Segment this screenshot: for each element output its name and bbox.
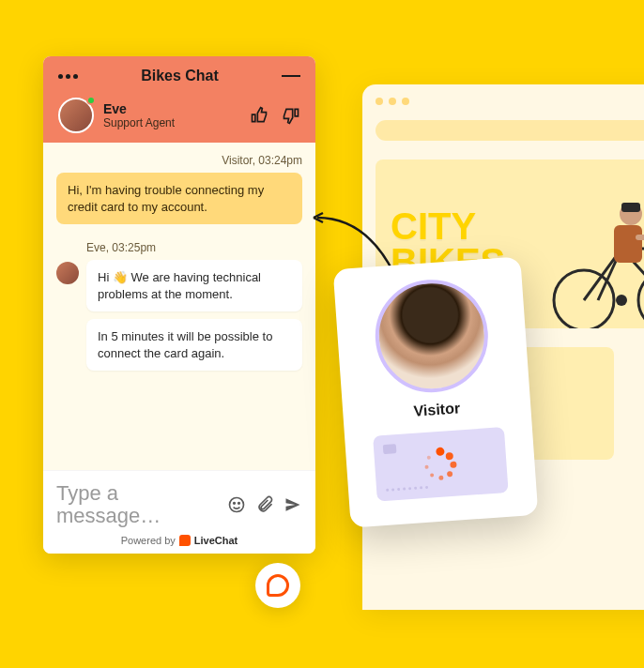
svg-rect-3 [614,225,642,263]
cyclist-image [546,188,644,328]
powered-by-text: Powered by [121,535,176,546]
message-meta-visitor: Visitor, 03:24pm [56,154,302,167]
chat-messages: Visitor, 03:24pm Hi, I'm having trouble … [43,143,315,470]
svg-point-2 [616,295,627,306]
credit-card-icon [373,427,509,502]
agent-avatar-small [56,262,79,284]
chat-input-area[interactable]: Type a message… [43,470,315,531]
visitor-message: Hi, I'm having trouble connecting my cre… [56,173,302,224]
thumbs-up-icon[interactable] [250,106,268,125]
message-meta-agent: Eve, 03:25pm [86,241,302,254]
agent-message: Hi 👋 We are having technical problems at… [86,260,302,311]
browser-url-bar [376,120,644,141]
send-icon[interactable] [284,495,302,514]
emoji-icon[interactable] [227,495,246,514]
minimize-icon[interactable] [282,75,300,77]
browser-window-dots [376,98,644,105]
svg-point-8 [234,502,236,504]
message-input[interactable]: Type a message… [56,482,218,527]
attachment-icon[interactable] [255,495,274,514]
livechat-brand: LiveChat [194,535,238,546]
visitor-label: Visitor [413,400,461,419]
chat-bubble-icon [267,574,289,597]
agent-name: Eve [103,101,175,116]
visitor-photo [372,276,492,396]
chat-header: Bikes Chat Eve Support Agent [43,56,315,143]
thumbs-down-icon[interactable] [282,106,300,125]
visitor-card: Visitor [333,256,539,527]
chat-launcher-button[interactable] [255,563,300,608]
svg-rect-5 [621,203,640,212]
svg-rect-6 [636,235,644,240]
chat-title: Bikes Chat [141,68,219,84]
agent-message: In 5 minutes it will be possible to conn… [86,319,302,371]
loading-spinner-icon [422,447,458,482]
more-menu-icon[interactable] [58,74,78,79]
livechat-logo-icon [179,535,191,546]
agent-avatar [58,98,94,133]
agent-role: Support Agent [103,116,175,129]
svg-point-1 [638,270,644,328]
chat-footer: Powered by LiveChat [43,531,315,554]
chat-widget: Bikes Chat Eve Support Agent Visitor, 03… [43,56,315,554]
svg-point-7 [230,497,244,511]
status-online-icon [86,96,96,105]
svg-point-9 [238,502,240,504]
